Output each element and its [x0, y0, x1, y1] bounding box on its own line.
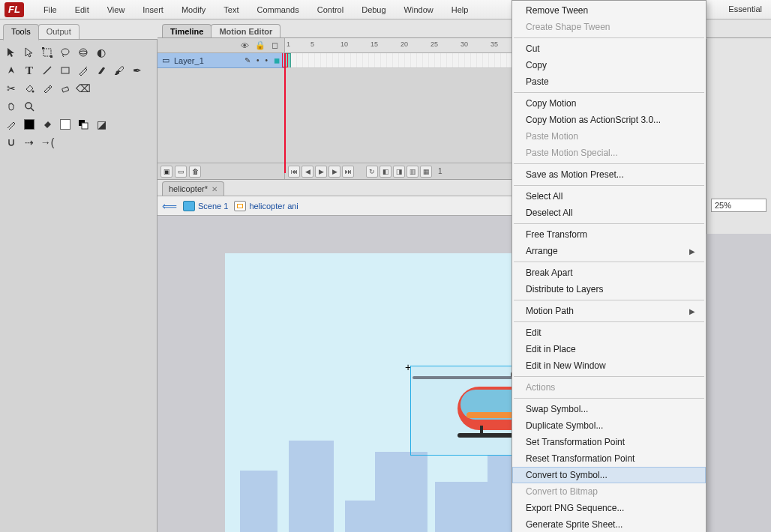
menu-view[interactable]: View	[98, 2, 134, 17]
context-menu-item[interactable]: Copy	[512, 57, 706, 73]
text-tool-icon[interactable]: T	[21, 62, 38, 79]
eyedropper-tool-icon[interactable]	[39, 80, 56, 97]
subselection-tool-icon[interactable]	[21, 44, 38, 61]
layer-outline-box[interactable]: ◼	[274, 56, 280, 64]
layer-row[interactable]: ▭ Layer_1 ✎ • • ◼	[158, 53, 284, 68]
smooth-tool-icon[interactable]: ⇢	[21, 134, 38, 151]
context-menu-item[interactable]: Break Apart	[512, 265, 706, 281]
context-menu-item[interactable]: Select All	[512, 188, 706, 205]
zoom-field[interactable]: 25%	[711, 199, 766, 212]
brush-tool-icon[interactable]	[93, 62, 110, 79]
menu-text[interactable]: Text	[214, 2, 248, 17]
context-menu-item[interactable]: Set Transformation Point	[512, 434, 706, 450]
onion3-button[interactable]: ▥	[406, 166, 418, 178]
context-menu-item[interactable]: Deselect All	[512, 205, 706, 221]
menu-help[interactable]: Help	[442, 2, 478, 17]
play-button[interactable]: ▶	[315, 166, 327, 178]
fill-swatch[interactable]	[57, 116, 74, 133]
menu-window[interactable]: Window	[395, 2, 442, 17]
context-menu-item[interactable]: Copy Motion as ActionScript 3.0...	[512, 112, 706, 128]
deco-tool-icon[interactable]: 🖌	[111, 62, 128, 79]
hand-tool-icon[interactable]	[3, 98, 20, 115]
delete-layer-button[interactable]: 🗑	[189, 166, 201, 178]
context-menu-item[interactable]: Reset Transformation Point	[512, 450, 706, 467]
context-menu-item[interactable]: Distribute to Layers	[512, 281, 706, 297]
tab-tools[interactable]: Tools	[3, 24, 39, 40]
workspace-selector[interactable]: Essential	[724, 3, 766, 15]
layer-vis-dot[interactable]: •	[256, 56, 260, 64]
3d-rotation-tool-icon[interactable]	[75, 44, 92, 61]
document-tab[interactable]: helicopter* ✕	[162, 181, 224, 196]
pen-tool-icon[interactable]	[3, 62, 20, 79]
last-frame-button[interactable]: ⏭	[342, 166, 354, 178]
menu-control[interactable]: Control	[308, 2, 352, 17]
context-menu-item[interactable]: Cut	[512, 40, 706, 57]
context-menu-item[interactable]: Edit in New Window	[512, 357, 706, 374]
free-transform-tool-icon[interactable]	[39, 44, 56, 61]
paint-bucket-tool-icon[interactable]	[21, 80, 38, 97]
context-menu-item[interactable]: Arrange▶	[512, 243, 706, 259]
context-menu-item[interactable]: Remove Tween	[512, 2, 706, 19]
prev-frame-button[interactable]: ◀	[302, 166, 314, 178]
context-menu-item[interactable]: Edit in Place	[512, 341, 706, 357]
menu-file[interactable]: File	[34, 2, 66, 17]
close-icon[interactable]: ✕	[212, 185, 218, 193]
swap-colors-icon[interactable]: ◪	[93, 116, 110, 133]
context-menu-item[interactable]: Paste	[512, 73, 706, 90]
layer-lock-dot[interactable]: •	[265, 56, 268, 64]
menu-insert[interactable]: Insert	[134, 2, 172, 17]
selection-tool-icon[interactable]	[3, 44, 20, 61]
menu-debug[interactable]: Debug	[352, 2, 394, 17]
new-layer-button[interactable]: ▣	[160, 166, 172, 178]
onion2-button[interactable]: ◨	[393, 166, 405, 178]
lasso-tool-icon[interactable]	[57, 44, 74, 61]
lock-icon[interactable]: 🔒	[255, 40, 266, 50]
stroke-color-icon[interactable]	[3, 116, 20, 133]
first-frame-button[interactable]: ⏮	[288, 166, 300, 178]
straighten-tool-icon[interactable]: →(	[39, 134, 56, 151]
bone-tool-icon[interactable]: ✂	[3, 80, 20, 97]
paint-tool-icon[interactable]: ✒	[129, 62, 146, 79]
tab-output[interactable]: Output	[38, 24, 80, 40]
spare-tool-2[interactable]: ⌫	[75, 80, 92, 97]
context-menu-item[interactable]: Edit	[512, 324, 706, 341]
context-menu-item[interactable]: Generate Sprite Sheet...	[512, 516, 706, 532]
markers-button[interactable]: ▦	[420, 166, 432, 178]
breadcrumb-clip[interactable]: helicopter ani	[234, 201, 298, 211]
context-menu-item[interactable]: Copy Motion	[512, 95, 706, 112]
pencil-tool-icon[interactable]	[75, 62, 92, 79]
context-menu-item[interactable]: Convert to Symbol...	[512, 467, 706, 483]
context-menu[interactable]: Remove TweenCreate Shape TweenCutCopyPas…	[512, 0, 706, 532]
context-menu-item[interactable]: Swap Symbol...	[512, 401, 706, 417]
menu-commands[interactable]: Commands	[248, 2, 308, 17]
context-menu-item[interactable]: Save as Motion Preset...	[512, 166, 706, 183]
zoom-tool-icon[interactable]	[21, 98, 38, 115]
eraser-tool-icon[interactable]	[57, 80, 74, 97]
breadcrumb-scene[interactable]: Scene 1	[183, 201, 228, 211]
rectangle-tool-icon[interactable]	[57, 62, 74, 79]
layer-pencil-icon[interactable]: ✎	[244, 56, 250, 64]
loop-button[interactable]: ↻	[366, 166, 378, 178]
outline-icon[interactable]: ◻	[272, 40, 278, 50]
tab-motion-editor[interactable]: Motion Editor	[211, 24, 280, 38]
menu-edit[interactable]: Edit	[66, 2, 98, 17]
tab-timeline[interactable]: Timeline	[162, 24, 212, 38]
bw-swatch-icon[interactable]	[75, 116, 92, 133]
line-tool-icon[interactable]	[39, 62, 56, 79]
menu-modify[interactable]: Modify	[172, 2, 214, 17]
context-menu-item[interactable]: Duplicate Symbol...	[512, 417, 706, 434]
onion-button[interactable]: ◧	[380, 166, 392, 178]
next-frame-button[interactable]: ▶	[328, 166, 340, 178]
context-menu-item[interactable]: Export PNG Sequence...	[512, 500, 706, 516]
context-menu-item[interactable]: Motion Path▶	[512, 303, 706, 319]
playhead-marker[interactable]	[282, 53, 288, 67]
playhead-line[interactable]	[284, 53, 286, 173]
fill-color-icon[interactable]	[39, 116, 56, 133]
new-folder-button[interactable]: ▭	[175, 166, 187, 178]
eye-icon[interactable]: 👁	[241, 41, 249, 50]
snap-tool-icon[interactable]	[3, 134, 20, 151]
spare-tool-1[interactable]: ◐	[93, 44, 110, 61]
context-menu-item[interactable]: Free Transform	[512, 226, 706, 243]
stroke-swatch[interactable]	[21, 116, 38, 133]
back-arrow-icon[interactable]: ⟸	[162, 200, 177, 212]
